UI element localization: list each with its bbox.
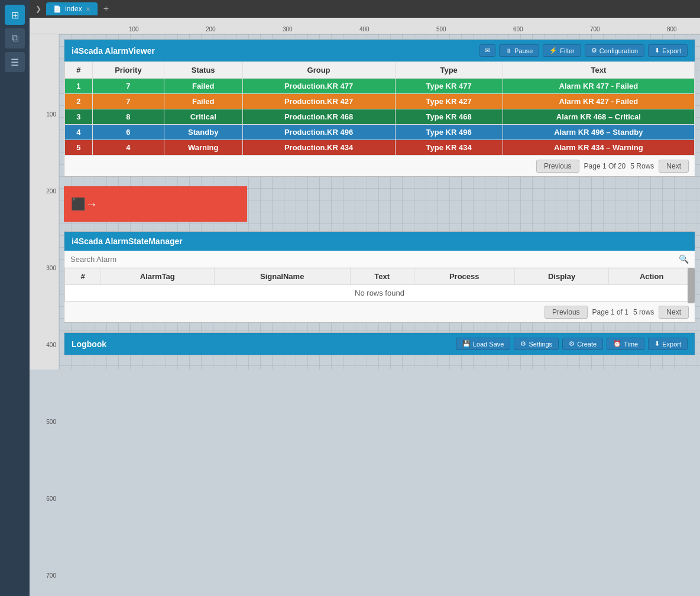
ruler-top: 100 200 300 400 500 600 700 800 bbox=[30, 18, 700, 34]
ruler-300: 300 bbox=[46, 265, 56, 271]
alarm-table-row[interactable]: 4 6 Standby Production.KR 496 Type KR 49… bbox=[65, 125, 695, 140]
sidebar-icon-layers[interactable]: ⧉ bbox=[5, 28, 25, 48]
state-col-alarmtag: AlarmTag bbox=[101, 268, 214, 285]
alarm-viewer-pagination: Previous Page 1 Of 20 5 Rows Next bbox=[64, 156, 695, 176]
cell-type: Type KR 477 bbox=[395, 79, 503, 94]
filter-button[interactable]: ⚡ Filter bbox=[543, 44, 581, 57]
cell-status: Critical bbox=[164, 109, 242, 125]
ruler-mark-600: 600 bbox=[513, 26, 523, 33]
state-no-rows: No rows found bbox=[65, 285, 695, 302]
ruler-mark-100: 100 bbox=[129, 26, 139, 33]
tab-index[interactable]: 📄 index ✕ bbox=[46, 2, 98, 15]
logbook-settings-button[interactable]: ⚙ Settings bbox=[514, 338, 559, 350]
logbook-header: Logbook 💾 Load Save ⚙ Settings ⚙ Create … bbox=[64, 333, 695, 355]
alarm-viewer-title: i4Scada AlarmViewer bbox=[72, 46, 155, 56]
alarm-state-manager-panel: i4Scada AlarmStateManager 🔍 # AlarmTag bbox=[64, 231, 695, 323]
search-icon: 🔍 bbox=[679, 254, 689, 264]
cell-num: 1 bbox=[65, 79, 93, 94]
scrollbar-thumb[interactable] bbox=[688, 268, 695, 303]
alarm-viewer-rows-info: 5 Rows bbox=[630, 162, 654, 170]
col-text: Text bbox=[503, 62, 694, 79]
logbook-load-save-button[interactable]: 💾 Load Save bbox=[456, 338, 511, 350]
logbook-title: Logbook bbox=[72, 339, 106, 349]
alarm-viewer-header: i4Scada AlarmViewer ✉ ⏸ Pause ⚡ Filter ⚙… bbox=[64, 40, 695, 61]
col-priority: Priority bbox=[92, 62, 164, 79]
tab-label: index bbox=[65, 5, 82, 13]
alarm-table-row[interactable]: 1 7 Failed Production.KR 477 Type KR 477… bbox=[65, 79, 695, 94]
no-rows-message: No rows found bbox=[65, 285, 695, 302]
ruler-100: 100 bbox=[46, 111, 56, 118]
export-button[interactable]: ⬇ Export bbox=[648, 44, 688, 57]
state-col-num: # bbox=[65, 268, 101, 285]
cell-num: 5 bbox=[65, 140, 93, 156]
ruler-left: 100 200 300 400 500 600 700 bbox=[30, 34, 59, 370]
alarm-state-manager-title: i4Scada AlarmStateManager bbox=[72, 237, 183, 246]
search-bar: 🔍 bbox=[64, 251, 695, 268]
scrollbar-track[interactable] bbox=[688, 268, 695, 302]
alarm-state-page-info: Page 1 of 1 bbox=[592, 308, 628, 316]
cell-text: Alarm KR 477 - Failed bbox=[503, 79, 694, 94]
tab-icon: 📄 bbox=[53, 5, 61, 13]
logbook-create-button[interactable]: ⚙ Create bbox=[562, 338, 603, 350]
cell-text: Alarm KR 496 – Standby bbox=[503, 125, 694, 140]
cell-type: Type KR 427 bbox=[395, 94, 503, 109]
cell-num: 3 bbox=[65, 109, 93, 125]
cell-group: Production.KR 477 bbox=[242, 79, 395, 94]
alarm-state-prev-button[interactable]: Previous bbox=[545, 306, 588, 319]
alarm-state-rows-info: 5 rows bbox=[633, 308, 654, 316]
cell-status: Warning bbox=[164, 140, 242, 156]
alarm-state-manager-pagination: Previous Page 1 of 1 5 rows Next bbox=[64, 302, 695, 322]
cell-text: Alarm KR 468 – Critical bbox=[503, 109, 694, 125]
scrollbar-area: # AlarmTag SignalName Text Process Displ… bbox=[64, 268, 695, 302]
state-col-process: Process bbox=[414, 268, 514, 285]
alarm-viewer-prev-button[interactable]: Previous bbox=[536, 160, 579, 173]
main-area: ❯ 📄 index ✕ + 100 200 300 400 500 600 70… bbox=[30, 0, 700, 596]
red-widget[interactable]: ⬛→ bbox=[64, 186, 247, 222]
alarm-table: # Priority Status Group Type Text 1 7 Fa… bbox=[64, 61, 695, 156]
cell-priority: 8 bbox=[92, 109, 164, 125]
full-layout: 100 200 300 400 500 600 700 800 100 200 … bbox=[30, 18, 700, 370]
tab-arrow-left[interactable]: ❯ bbox=[32, 4, 45, 14]
sidebar-icon-list[interactable]: ☰ bbox=[5, 52, 25, 72]
logbook-time-button[interactable]: ⏰ Time bbox=[607, 338, 644, 350]
alarm-viewer-next-button[interactable]: Next bbox=[659, 160, 689, 173]
ruler-mark-700: 700 bbox=[590, 26, 600, 33]
cell-num: 2 bbox=[65, 94, 93, 109]
tab-close-button[interactable]: ✕ bbox=[86, 6, 90, 12]
cell-type: Type KR 434 bbox=[395, 140, 503, 156]
tabbar: ❯ 📄 index ✕ + bbox=[30, 0, 700, 18]
ruler-700: 700 bbox=[46, 572, 56, 579]
cell-status: Standby bbox=[164, 125, 242, 140]
sidebar-icon-home[interactable]: ⊞ bbox=[5, 5, 25, 25]
col-group: Group bbox=[242, 62, 395, 79]
cell-group: Production.KR 496 bbox=[242, 125, 395, 140]
panels-area: i4Scada AlarmViewer ✉ ⏸ Pause ⚡ Filter ⚙… bbox=[59, 34, 700, 370]
cell-priority: 4 bbox=[92, 140, 164, 156]
cell-status: Failed bbox=[164, 79, 242, 94]
alarm-table-row[interactable]: 3 8 Critical Production.KR 468 Type KR 4… bbox=[65, 109, 695, 125]
cell-status: Failed bbox=[164, 94, 242, 109]
pause-button[interactable]: ⏸ Pause bbox=[499, 44, 539, 57]
alarm-state-next-button[interactable]: Next bbox=[659, 306, 689, 319]
state-table-header-row: # AlarmTag SignalName Text Process Displ… bbox=[65, 268, 695, 285]
tab-new-button[interactable]: + bbox=[99, 2, 114, 15]
configuration-button[interactable]: ⚙ Configuration bbox=[585, 44, 644, 57]
cell-text: Alarm KR 427 - Failed bbox=[503, 94, 694, 109]
chat-button[interactable]: ✉ bbox=[479, 44, 495, 57]
cell-group: Production.KR 427 bbox=[242, 94, 395, 109]
cell-num: 4 bbox=[65, 125, 93, 140]
ruler-mark-800: 800 bbox=[667, 26, 677, 33]
ruler-200: 200 bbox=[46, 188, 56, 195]
logbook-export-button[interactable]: ⬇ Export bbox=[648, 338, 688, 350]
search-input[interactable] bbox=[70, 255, 679, 264]
cell-priority: 7 bbox=[92, 79, 164, 94]
cell-group: Production.KR 434 bbox=[242, 140, 395, 156]
ruler-mark-300: 300 bbox=[283, 26, 293, 33]
ruler-mark-400: 400 bbox=[359, 26, 370, 33]
alarm-table-row[interactable]: 2 7 Failed Production.KR 427 Type KR 427… bbox=[65, 94, 695, 109]
cell-type: Type KR 468 bbox=[395, 109, 503, 125]
alarm-table-row[interactable]: 5 4 Warning Production.KR 434 Type KR 43… bbox=[65, 140, 695, 156]
alarm-viewer-page-info: Page 1 Of 20 bbox=[584, 162, 626, 170]
state-col-signalname: SignalName bbox=[214, 268, 350, 285]
ruler-mark-500: 500 bbox=[436, 26, 446, 33]
